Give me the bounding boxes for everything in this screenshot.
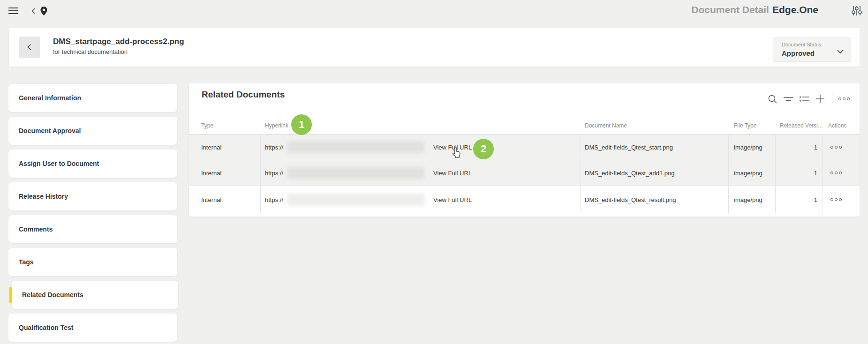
hamburger-menu-icon[interactable]: [8, 7, 18, 15]
column-header-actions[interactable]: Actions: [828, 122, 846, 129]
sidebar-item-tags[interactable]: Tags: [8, 248, 177, 276]
redacted-url-blur: [287, 167, 424, 179]
add-icon[interactable]: [812, 92, 828, 106]
top-bar: Document DetailEdge.One: [0, 0, 868, 22]
cell-hyperlink-prefix: https://: [265, 170, 283, 177]
page-title: Document DetailEdge.One: [691, 4, 818, 15]
column-header-hyperlink[interactable]: Hyperlink: [265, 122, 288, 129]
cell-type: Internal: [201, 196, 221, 203]
table-header: Type Hyperlink Document Name File Type R…: [189, 117, 860, 135]
annotation-badge-2: 2: [473, 139, 494, 159]
sidebar-item-comments[interactable]: Comments: [8, 215, 177, 243]
settings-sliders-icon[interactable]: [851, 5, 862, 19]
search-icon[interactable]: [764, 92, 780, 106]
cell-file-type: image/png: [734, 144, 762, 151]
sidebar-item-release-history[interactable]: Release History: [8, 182, 177, 210]
document-status-label: Document Status: [782, 42, 821, 47]
related-documents-panel: Related Documents Type Hyperlink Documen…: [189, 83, 860, 217]
cell-file-type: image/png: [734, 170, 762, 177]
redacted-url-blur: [287, 141, 424, 153]
sidebar-item-assign-user[interactable]: Assign User to Document: [8, 150, 177, 178]
sidebar-item-label: Tags: [19, 258, 34, 266]
sidebar-item-qualification-test[interactable]: Qualification Test: [8, 314, 177, 342]
related-documents-table: Type Hyperlink Document Name File Type R…: [189, 117, 860, 213]
cell-hyperlink-prefix: https://: [265, 196, 283, 203]
sidebar-item-document-approval[interactable]: Document Approval: [8, 117, 177, 145]
view-full-url-link[interactable]: View Full URL: [433, 196, 472, 203]
filter-icon[interactable]: [780, 92, 796, 106]
column-header-released-version[interactable]: Released Versi…: [780, 122, 823, 129]
document-header-card: DMS_startpage_add-process2.png for techn…: [9, 28, 860, 67]
cell-document-name: DMS_edit-fields_Qtest_add1.png: [585, 170, 675, 177]
back-button[interactable]: [19, 37, 40, 58]
document-title: DMS_startpage_add-process2.png: [53, 37, 184, 46]
cell-released-version: 1: [814, 144, 817, 151]
cell-released-version: 1: [814, 170, 817, 177]
cell-file-type: image/png: [734, 196, 762, 203]
sidebar-item-label: Document Approval: [19, 127, 81, 135]
row-actions-more-icon[interactable]: [830, 146, 842, 149]
cell-type: Internal: [201, 170, 221, 177]
column-header-type[interactable]: Type: [201, 122, 213, 129]
toolbar-divider: [832, 93, 832, 105]
cell-released-version: 1: [814, 196, 817, 203]
row-actions-more-icon[interactable]: [830, 172, 842, 174]
document-status-dropdown[interactable]: Document Status Approved: [773, 37, 851, 62]
back-chevron-icon[interactable]: [31, 7, 36, 16]
sidebar-item-label: Assign User to Document: [19, 160, 99, 167]
location-pin-icon[interactable]: [40, 6, 48, 18]
column-header-file-type[interactable]: File Type: [734, 122, 756, 129]
panel-title: Related Documents: [202, 90, 285, 100]
cell-hyperlink-prefix: https://: [265, 144, 283, 151]
sidebar-item-general-information[interactable]: General Information: [8, 84, 177, 112]
cell-document-name: DMS_edit-fields_Qtest_result.png: [585, 196, 676, 203]
app-brand: Edge.One: [772, 4, 818, 15]
document-subtitle: for technical documentation: [53, 48, 128, 55]
sidebar-item-label: Related Documents: [22, 291, 83, 299]
cell-type: Internal: [201, 144, 221, 151]
sidebar-item-label: Qualification Test: [19, 324, 73, 331]
table-row[interactable]: Internal https:// View Full URL DMS_edit…: [189, 135, 860, 160]
sidebar-item-label: Comments: [19, 225, 53, 233]
sidebar-item-label: Release History: [19, 193, 68, 200]
sidebar-item-related-documents[interactable]: Related Documents: [12, 281, 178, 309]
panel-toolbar: [764, 92, 852, 106]
view-full-url-link[interactable]: View Full URL: [433, 170, 472, 177]
document-status-value: Approved: [782, 49, 815, 57]
page-title-section: Document Detail: [691, 4, 769, 15]
redacted-url-blur: [287, 194, 424, 206]
row-actions-more-icon[interactable]: [830, 198, 842, 201]
column-header-document-name[interactable]: Document Name: [585, 122, 627, 129]
cell-document-name: DMS_edit-fields_Qtest_start.png: [585, 144, 673, 151]
mouse-cursor-pointer-icon: [451, 147, 462, 163]
annotation-badge-1: 1: [291, 114, 312, 135]
table-row[interactable]: Internal https:// View Full URL DMS_edit…: [189, 186, 860, 213]
list-icon[interactable]: [796, 92, 812, 106]
table-row[interactable]: Internal https:// View Full URL DMS_edit…: [189, 160, 860, 186]
chevron-down-icon: [837, 47, 844, 56]
sidebar-item-label: General Information: [19, 94, 81, 102]
more-icon[interactable]: [836, 92, 852, 106]
